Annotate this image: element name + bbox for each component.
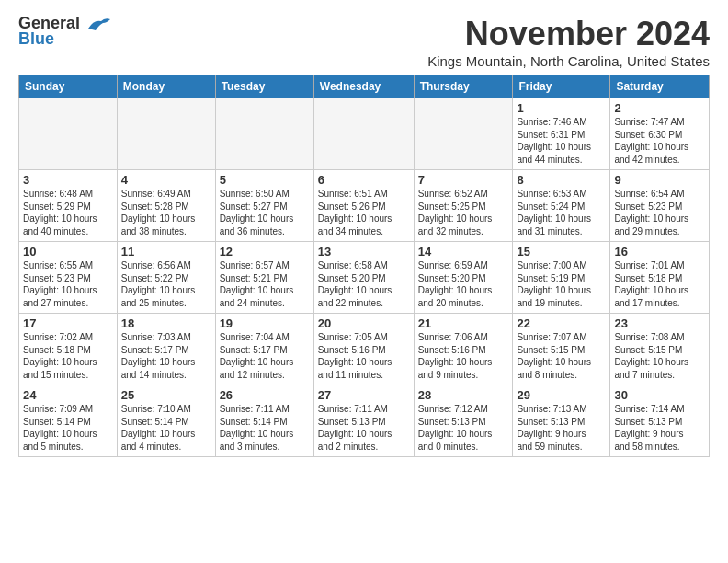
table-row (117, 98, 215, 170)
table-row: 11Sunrise: 6:56 AMSunset: 5:22 PMDayligh… (117, 242, 215, 314)
table-row: 5Sunrise: 6:50 AMSunset: 5:27 PMDaylight… (215, 170, 313, 242)
table-row: 20Sunrise: 7:05 AMSunset: 5:16 PMDayligh… (313, 314, 414, 385)
page: General Blue November 2024 Kings Mountai… (0, 0, 728, 466)
day-number: 8 (517, 173, 606, 187)
day-number: 12 (220, 245, 310, 259)
logo-bird-icon (86, 16, 110, 32)
day-number: 9 (614, 173, 705, 187)
month-title: November 2024 (427, 15, 710, 53)
table-row: 21Sunrise: 7:06 AMSunset: 5:16 PMDayligh… (414, 314, 513, 385)
col-thursday: Thursday (414, 75, 513, 98)
day-info: Sunrise: 7:11 AMSunset: 5:14 PMDaylight:… (220, 403, 310, 453)
day-info: Sunrise: 6:57 AMSunset: 5:21 PMDaylight:… (220, 259, 310, 309)
col-saturday: Saturday (610, 75, 710, 98)
table-row (19, 98, 118, 170)
day-info: Sunrise: 7:10 AMSunset: 5:14 PMDaylight:… (121, 403, 211, 453)
day-number: 27 (318, 388, 410, 402)
day-info: Sunrise: 6:53 AMSunset: 5:24 PMDaylight:… (517, 188, 606, 237)
day-info: Sunrise: 6:48 AMSunset: 5:29 PMDaylight:… (23, 188, 113, 237)
day-info: Sunrise: 7:09 AMSunset: 5:14 PMDaylight:… (23, 403, 113, 453)
table-row: 9Sunrise: 6:54 AMSunset: 5:23 PMDaylight… (610, 170, 710, 242)
day-info: Sunrise: 7:14 AMSunset: 5:13 PMDaylight:… (614, 403, 705, 453)
day-info: Sunrise: 7:07 AMSunset: 5:15 PMDaylight:… (517, 331, 606, 381)
day-number: 25 (121, 388, 211, 402)
day-number: 10 (23, 245, 113, 259)
day-number: 30 (614, 388, 705, 402)
table-row: 27Sunrise: 7:11 AMSunset: 5:13 PMDayligh… (313, 385, 414, 457)
table-row: 15Sunrise: 7:00 AMSunset: 5:19 PMDayligh… (513, 242, 610, 314)
day-info: Sunrise: 7:00 AMSunset: 5:19 PMDaylight:… (517, 259, 606, 309)
table-row: 26Sunrise: 7:11 AMSunset: 5:14 PMDayligh… (215, 385, 313, 457)
table-row (215, 98, 313, 170)
day-info: Sunrise: 7:03 AMSunset: 5:17 PMDaylight:… (121, 331, 211, 381)
day-number: 29 (517, 388, 606, 402)
day-number: 15 (517, 245, 606, 259)
day-info: Sunrise: 6:55 AMSunset: 5:23 PMDaylight:… (23, 259, 113, 309)
table-row: 12Sunrise: 6:57 AMSunset: 5:21 PMDayligh… (215, 242, 313, 314)
day-info: Sunrise: 6:52 AMSunset: 5:25 PMDaylight:… (418, 188, 509, 237)
day-number: 24 (23, 388, 113, 402)
day-number: 16 (614, 245, 705, 259)
calendar-week-2: 3Sunrise: 6:48 AMSunset: 5:29 PMDaylight… (19, 170, 710, 242)
table-row: 1Sunrise: 7:46 AMSunset: 6:31 PMDaylight… (513, 98, 610, 170)
day-info: Sunrise: 6:56 AMSunset: 5:22 PMDaylight:… (121, 259, 211, 309)
table-row: 22Sunrise: 7:07 AMSunset: 5:15 PMDayligh… (513, 314, 610, 385)
day-number: 19 (220, 316, 310, 330)
day-info: Sunrise: 7:04 AMSunset: 5:17 PMDaylight:… (220, 331, 310, 381)
logo: General Blue (18, 15, 110, 49)
calendar-week-4: 17Sunrise: 7:02 AMSunset: 5:18 PMDayligh… (19, 314, 710, 385)
table-row (414, 98, 513, 170)
header: General Blue November 2024 Kings Mountai… (18, 15, 710, 69)
table-row: 4Sunrise: 6:49 AMSunset: 5:28 PMDaylight… (117, 170, 215, 242)
day-info: Sunrise: 7:05 AMSunset: 5:16 PMDaylight:… (318, 331, 410, 381)
day-number: 20 (318, 316, 410, 330)
table-row: 29Sunrise: 7:13 AMSunset: 5:13 PMDayligh… (513, 385, 610, 457)
logo-blue: Blue (18, 29, 54, 49)
day-info: Sunrise: 6:58 AMSunset: 5:20 PMDaylight:… (318, 259, 410, 309)
day-number: 4 (121, 173, 211, 187)
table-row: 10Sunrise: 6:55 AMSunset: 5:23 PMDayligh… (19, 242, 118, 314)
day-number: 14 (418, 245, 509, 259)
table-row (313, 98, 414, 170)
table-row: 28Sunrise: 7:12 AMSunset: 5:13 PMDayligh… (414, 385, 513, 457)
day-number: 18 (121, 316, 211, 330)
table-row: 19Sunrise: 7:04 AMSunset: 5:17 PMDayligh… (215, 314, 313, 385)
day-info: Sunrise: 7:02 AMSunset: 5:18 PMDaylight:… (23, 331, 113, 381)
table-row: 14Sunrise: 6:59 AMSunset: 5:20 PMDayligh… (414, 242, 513, 314)
day-number: 7 (418, 173, 509, 187)
day-info: Sunrise: 7:46 AMSunset: 6:31 PMDaylight:… (517, 116, 606, 166)
day-info: Sunrise: 6:50 AMSunset: 5:27 PMDaylight:… (220, 188, 310, 237)
day-number: 6 (318, 173, 410, 187)
day-info: Sunrise: 6:49 AMSunset: 5:28 PMDaylight:… (121, 188, 211, 237)
title-area: November 2024 Kings Mountain, North Caro… (427, 15, 710, 69)
day-info: Sunrise: 7:13 AMSunset: 5:13 PMDaylight:… (517, 403, 606, 453)
day-info: Sunrise: 6:59 AMSunset: 5:20 PMDaylight:… (418, 259, 509, 309)
day-number: 28 (418, 388, 509, 402)
day-number: 17 (23, 316, 113, 330)
day-info: Sunrise: 7:08 AMSunset: 5:15 PMDaylight:… (614, 331, 705, 381)
day-info: Sunrise: 7:47 AMSunset: 6:30 PMDaylight:… (614, 116, 705, 166)
calendar-week-1: 1Sunrise: 7:46 AMSunset: 6:31 PMDaylight… (19, 98, 710, 170)
day-info: Sunrise: 7:12 AMSunset: 5:13 PMDaylight:… (418, 403, 509, 453)
calendar-header-row: Sunday Monday Tuesday Wednesday Thursday… (19, 75, 710, 98)
day-info: Sunrise: 6:54 AMSunset: 5:23 PMDaylight:… (614, 188, 705, 237)
day-info: Sunrise: 6:51 AMSunset: 5:26 PMDaylight:… (318, 188, 410, 237)
col-wednesday: Wednesday (313, 75, 414, 98)
col-friday: Friday (513, 75, 610, 98)
day-number: 1 (517, 101, 606, 115)
day-info: Sunrise: 7:11 AMSunset: 5:13 PMDaylight:… (318, 403, 410, 453)
table-row: 30Sunrise: 7:14 AMSunset: 5:13 PMDayligh… (610, 385, 710, 457)
calendar-week-5: 24Sunrise: 7:09 AMSunset: 5:14 PMDayligh… (19, 385, 710, 457)
day-number: 3 (23, 173, 113, 187)
table-row: 16Sunrise: 7:01 AMSunset: 5:18 PMDayligh… (610, 242, 710, 314)
day-number: 22 (517, 316, 606, 330)
table-row: 3Sunrise: 6:48 AMSunset: 5:29 PMDaylight… (19, 170, 118, 242)
day-number: 2 (614, 101, 705, 115)
day-number: 26 (220, 388, 310, 402)
day-info: Sunrise: 7:01 AMSunset: 5:18 PMDaylight:… (614, 259, 705, 309)
col-monday: Monday (117, 75, 215, 98)
table-row: 8Sunrise: 6:53 AMSunset: 5:24 PMDaylight… (513, 170, 610, 242)
calendar: Sunday Monday Tuesday Wednesday Thursday… (18, 75, 710, 457)
col-sunday: Sunday (19, 75, 118, 98)
table-row: 2Sunrise: 7:47 AMSunset: 6:30 PMDaylight… (610, 98, 710, 170)
